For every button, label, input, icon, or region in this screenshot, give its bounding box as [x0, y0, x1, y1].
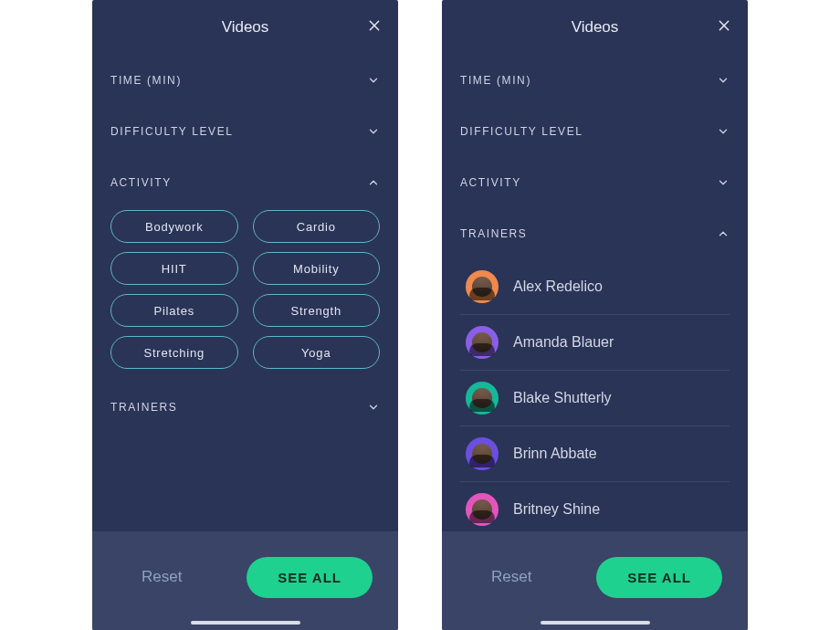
- filter-section-activity: ACTIVITY: [460, 157, 730, 208]
- home-indicator: [541, 621, 650, 625]
- reset-label: Reset: [142, 568, 182, 585]
- footer: Reset SEE ALL: [442, 531, 748, 630]
- trainer-name: Blake Shutterly: [513, 390, 612, 406]
- chip-label: Strength: [290, 304, 341, 318]
- chevron-down-icon: [717, 176, 730, 189]
- close-button[interactable]: [715, 18, 733, 37]
- page-title: Videos: [572, 18, 619, 37]
- activity-chip-grid: Bodywork Cardio HIIT Mobility Pilates St…: [110, 208, 380, 382]
- trainer-item[interactable]: Amanda Blauer: [460, 315, 730, 371]
- see-all-label: SEE ALL: [278, 570, 341, 585]
- trainer-list: Alex Redelico Amanda Blauer Blake Shutte…: [460, 259, 730, 531]
- filter-toggle-time[interactable]: TIME (MIN): [460, 55, 730, 106]
- see-all-label: SEE ALL: [627, 570, 691, 585]
- see-all-button[interactable]: SEE ALL: [596, 557, 722, 598]
- chevron-down-icon: [367, 125, 380, 138]
- activity-chip-mobility[interactable]: Mobility: [253, 252, 381, 285]
- chip-label: Yoga: [301, 346, 331, 360]
- trainer-name: Britney Shine: [513, 501, 600, 518]
- activity-chip-strength[interactable]: Strength: [253, 294, 381, 327]
- filter-toggle-time[interactable]: TIME (MIN): [110, 55, 380, 106]
- home-indicator: [191, 621, 300, 625]
- header: Videos: [92, 0, 398, 55]
- reset-label: Reset: [491, 568, 531, 585]
- filter-label: TRAINERS: [460, 227, 527, 240]
- filter-toggle-difficulty[interactable]: DIFFICULTY LEVEL: [460, 106, 730, 157]
- filter-label: TIME (MIN): [110, 74, 182, 87]
- filter-section-difficulty: DIFFICULTY LEVEL: [110, 106, 380, 157]
- avatar: [466, 270, 499, 303]
- filter-list: TIME (MIN) DIFFICULTY LEVEL ACTIVITY: [92, 55, 398, 531]
- filter-label: TIME (MIN): [460, 74, 531, 87]
- filter-toggle-activity[interactable]: ACTIVITY: [110, 157, 380, 208]
- chip-label: HIIT: [162, 262, 187, 276]
- filter-label: DIFFICULTY LEVEL: [460, 125, 583, 138]
- activity-chip-cardio[interactable]: Cardio: [253, 210, 381, 243]
- filter-section-time: TIME (MIN): [110, 55, 380, 106]
- filter-label: TRAINERS: [110, 401, 177, 414]
- chip-label: Bodywork: [145, 220, 203, 234]
- chevron-up-icon: [367, 176, 380, 189]
- chevron-down-icon: [367, 401, 380, 414]
- trainer-item[interactable]: Britney Shine: [460, 482, 730, 531]
- avatar: [466, 437, 499, 470]
- filter-label: DIFFICULTY LEVEL: [110, 125, 234, 138]
- chevron-down-icon: [717, 74, 730, 87]
- filter-panel-trainers-expanded: Videos TIME (MIN): [442, 0, 748, 630]
- close-button[interactable]: [365, 18, 383, 37]
- activity-chip-pilates[interactable]: Pilates: [110, 294, 238, 327]
- filter-toggle-activity[interactable]: ACTIVITY: [460, 157, 730, 208]
- chevron-down-icon: [717, 125, 730, 138]
- filter-section-time: TIME (MIN): [460, 55, 730, 106]
- filter-label: ACTIVITY: [110, 176, 172, 189]
- trainer-item[interactable]: Blake Shutterly: [460, 371, 730, 426]
- see-all-button[interactable]: SEE ALL: [247, 557, 373, 598]
- filter-section-trainers: TRAINERS: [110, 382, 380, 433]
- trainer-item[interactable]: Brinn Abbate: [460, 426, 730, 482]
- filter-section-activity: ACTIVITY Bodywork Cardio HIIT Mobility P…: [110, 157, 380, 382]
- chip-label: Cardio: [297, 220, 336, 234]
- chevron-down-icon: [367, 74, 380, 87]
- reset-button[interactable]: Reset: [467, 557, 555, 597]
- close-icon: [367, 18, 382, 37]
- footer: Reset SEE ALL: [92, 531, 398, 630]
- chip-label: Pilates: [153, 304, 194, 318]
- trainer-name: Amanda Blauer: [513, 334, 614, 351]
- trainer-item[interactable]: Alex Redelico: [460, 259, 730, 315]
- filter-toggle-difficulty[interactable]: DIFFICULTY LEVEL: [110, 106, 380, 157]
- filter-section-difficulty: DIFFICULTY LEVEL: [460, 106, 730, 157]
- filter-panel-activity-expanded: Videos TIME (MIN): [92, 0, 398, 630]
- trainer-name: Alex Redelico: [513, 278, 603, 295]
- reset-button[interactable]: Reset: [118, 557, 205, 597]
- activity-chip-yoga[interactable]: Yoga: [253, 336, 381, 369]
- filter-section-trainers: TRAINERS Alex Redelico Amanda Blauer: [460, 208, 730, 531]
- page-title: Videos: [222, 18, 269, 37]
- avatar: [466, 493, 499, 526]
- filter-toggle-trainers[interactable]: TRAINERS: [460, 208, 730, 259]
- avatar: [466, 382, 499, 415]
- activity-chip-stretching[interactable]: Stretching: [110, 336, 238, 369]
- header: Videos: [442, 0, 748, 55]
- avatar: [466, 326, 499, 359]
- activity-chip-bodywork[interactable]: Bodywork: [110, 210, 238, 243]
- chip-label: Mobility: [293, 262, 339, 276]
- chip-label: Stretching: [143, 346, 205, 360]
- filter-label: ACTIVITY: [460, 176, 521, 189]
- activity-chip-hiit[interactable]: HIIT: [110, 252, 238, 285]
- trainer-name: Brinn Abbate: [513, 446, 597, 462]
- filter-list: TIME (MIN) DIFFICULTY LEVEL ACTIVITY: [442, 55, 748, 531]
- filter-toggle-trainers[interactable]: TRAINERS: [110, 382, 380, 433]
- chevron-up-icon: [717, 227, 730, 240]
- close-icon: [717, 18, 731, 37]
